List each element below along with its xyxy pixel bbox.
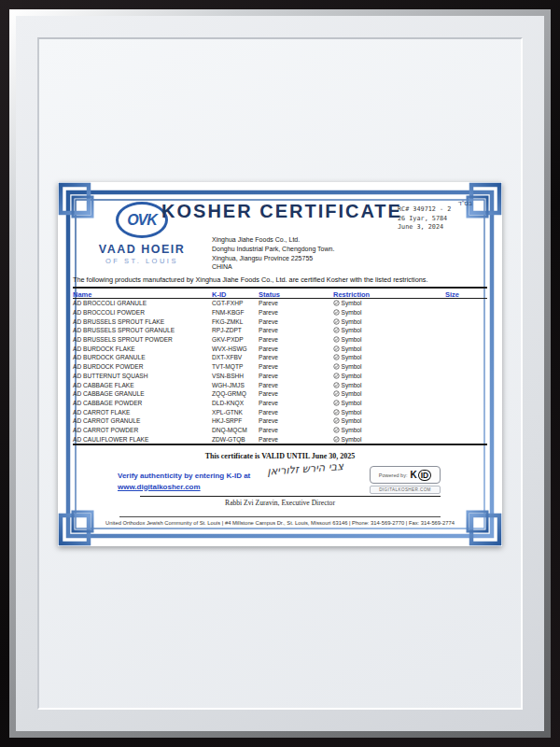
company-country: CHINA: [212, 262, 334, 272]
restriction-cell: Symbol: [333, 382, 445, 388]
agency-name: VAAD HOEIR: [84, 243, 200, 256]
signature-rule: [140, 496, 441, 497]
kid-cell: XPL-GTNK: [212, 409, 259, 416]
product-name-cell: AD BRUSSELS SPROUT POWDER: [73, 336, 212, 343]
table-header-row: Name K-ID Status Restriction Size: [73, 287, 487, 299]
kid-cell: TVT-MQTP: [212, 363, 259, 370]
restriction-cell: Symbol: [333, 363, 445, 370]
table-row: AD BURDOCK FLAKE WVX-HSWG Pareve Symbol: [73, 344, 487, 353]
kid-cell: DLD-KNQX: [212, 400, 259, 406]
hebrew-date: 26 Iyar, 5784: [398, 215, 495, 224]
product-name-cell: AD CABBAGE GRANULE: [73, 390, 212, 397]
col-header-name: Name: [73, 290, 212, 299]
table-row: AD BUTTERNUT SQUASH VSN-BSHH Pareve Symb…: [73, 372, 487, 381]
kid-cell: CGT-FXHP: [212, 300, 259, 306]
restriction-cell: Symbol: [333, 409, 445, 416]
table-row: AD CAULIFLOWER FLAKE ZDW-GTQB Pareve Sym…: [73, 434, 487, 444]
reference-block: RC# 349712 - 2 26 Iyar, 5784 June 3, 202…: [398, 205, 495, 233]
restriction-label: Symbol: [342, 336, 362, 343]
status-cell: Pareve: [259, 390, 333, 397]
company-address2: Xinghua, Jiangsu Province 225755: [212, 254, 334, 263]
kid-cell: HKJ-SRPF: [212, 417, 259, 424]
kid-cell: WVX-HSWG: [212, 345, 259, 352]
status-cell: Pareve: [259, 345, 333, 352]
certificate-title: KOSHER CERTIFICATE: [142, 201, 422, 222]
kid-cell: GKV-PXDP: [212, 336, 259, 343]
kosher-symbol-icon: [333, 436, 340, 443]
kid-badge-top: Powered by: KID: [370, 466, 441, 484]
restriction-label: Symbol: [342, 382, 362, 388]
restriction-label: Symbol: [342, 390, 362, 397]
product-name-cell: AD BURDOCK FLAKE: [73, 345, 212, 352]
status-cell: Pareve: [259, 409, 333, 416]
col-header-status: Status: [259, 290, 333, 299]
restriction-label: Symbol: [342, 417, 362, 424]
kosher-symbol-icon: [333, 336, 340, 343]
ref-number: RC# 349712 - 2: [398, 205, 495, 215]
verify-text: Verify authenticity by entering K-ID at: [118, 472, 250, 480]
restriction-label: Symbol: [342, 373, 362, 379]
kid-logo-id: ID: [418, 470, 432, 481]
product-name-cell: AD CABBAGE POWDER: [73, 400, 212, 406]
product-name-cell: AD BROCCOLI POWDER: [73, 309, 212, 316]
valid-until-statement: This certificate is VALID UNTIL June 30,…: [58, 452, 502, 460]
restriction-label: Symbol: [342, 363, 362, 370]
restriction-cell: Symbol: [333, 390, 445, 397]
table-row: AD CARROT POWDER DNQ-MQCM Pareve Symbol: [73, 426, 487, 435]
civil-date: June 3, 2024: [398, 223, 495, 233]
table-row: AD BRUSSELS SPROUT FLAKE FKG-ZMKL Pareve…: [73, 317, 487, 326]
product-name-cell: AD BUTTERNUT SQUASH: [73, 373, 212, 379]
status-cell: Pareve: [259, 300, 333, 306]
kosher-symbol-icon: [333, 390, 340, 397]
restriction-cell: Symbol: [333, 300, 445, 306]
digitalkosher-link[interactable]: www.digitalkosher.com: [118, 483, 201, 491]
product-name-cell: AD CARROT GRANULE: [73, 417, 212, 424]
table-row: AD CARROT GRANULE HKJ-SRPF Pareve Symbol: [73, 416, 487, 426]
restriction-cell: Symbol: [333, 318, 445, 325]
restriction-label: Symbol: [342, 345, 362, 352]
restriction-cell: Symbol: [333, 400, 445, 406]
restriction-cell: Symbol: [333, 336, 445, 343]
restriction-label: Symbol: [342, 327, 362, 333]
restriction-cell: Symbol: [333, 354, 445, 360]
kid-cell: VSN-BSHH: [212, 373, 259, 379]
agency-subname: OF ST. LOUIS: [84, 257, 200, 265]
restriction-cell: Symbol: [333, 373, 445, 379]
status-cell: Pareve: [259, 400, 333, 406]
product-name-cell: AD CABBAGE FLAKE: [73, 382, 212, 388]
kid-powered-badge: Powered by: KID DIGITALKOSHER.COM: [370, 466, 441, 494]
kosher-symbol-icon: [333, 327, 340, 333]
table-row: AD CABBAGE POWDER DLD-KNQX Pareve Symbol: [73, 399, 487, 408]
restriction-cell: Symbol: [333, 327, 445, 333]
restriction-cell: Symbol: [333, 427, 445, 433]
restriction-cell: Symbol: [333, 436, 445, 443]
executive-director-name: Rabbi Zvi Zuravin, Executive Director: [58, 499, 502, 507]
restriction-label: Symbol: [342, 409, 362, 416]
table-row: AD BROCCOLI POWDER FNM-KBGF Pareve Symbo…: [73, 308, 487, 317]
col-header-size: Size: [445, 290, 487, 299]
status-cell: Pareve: [259, 363, 333, 370]
kid-logo-k: K: [410, 470, 416, 480]
status-cell: Pareve: [259, 417, 333, 424]
col-header-kid: K-ID: [212, 290, 259, 299]
product-name-cell: AD BRUSSELS SPROUT FLAKE: [73, 318, 212, 325]
certification-statement: The following products manufactured by X…: [73, 275, 489, 284]
kid-cell: DXT-XFBV: [212, 354, 259, 360]
kosher-symbol-icon: [333, 318, 340, 325]
kid-cell: ZDW-GTQB: [212, 436, 259, 443]
restriction-cell: Symbol: [333, 417, 445, 424]
status-cell: Pareve: [259, 427, 333, 433]
col-header-restriction: Restriction: [333, 290, 445, 299]
restriction-label: Symbol: [342, 436, 362, 443]
products-table: Name K-ID Status Restriction Size AD BRO…: [73, 287, 487, 445]
kosher-symbol-icon: [333, 427, 340, 433]
kid-cell: WGH-JMJS: [212, 382, 259, 388]
status-cell: Pareve: [259, 354, 333, 360]
status-cell: Pareve: [259, 327, 333, 333]
company-address1: Donghu Industrial Park, Chengdong Town.: [212, 245, 334, 254]
table-row: AD CABBAGE GRANULE ZQQ-GRMQ Pareve Symbo…: [73, 389, 487, 399]
restriction-label: Symbol: [342, 309, 362, 316]
kid-cell: FNM-KBGF: [212, 309, 259, 316]
kid-cell: ZQQ-GRMQ: [212, 390, 259, 397]
status-cell: Pareve: [259, 318, 333, 325]
